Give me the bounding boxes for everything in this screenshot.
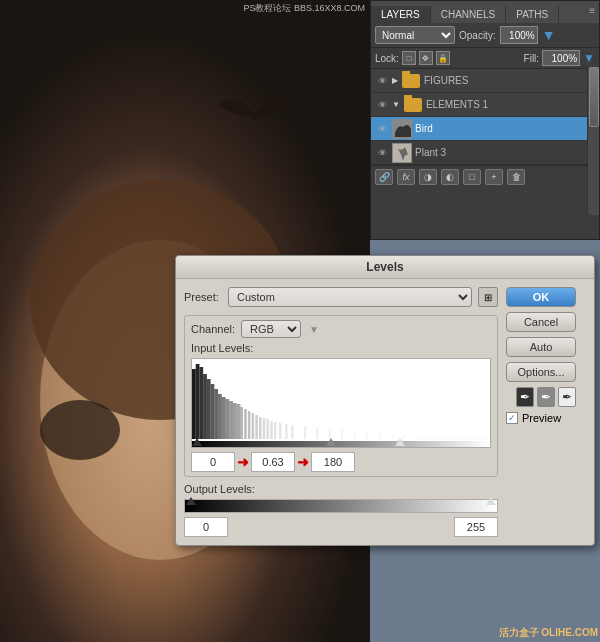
fx-icon[interactable]: fx (397, 169, 415, 185)
preset-select[interactable]: Custom (228, 287, 472, 307)
output-black-field[interactable]: 0 (184, 517, 228, 537)
svg-rect-17 (226, 399, 230, 439)
tab-layers[interactable]: LAYERS (371, 6, 431, 23)
input-white-field[interactable]: 180 (311, 452, 355, 472)
eye-icon-bird[interactable]: 👁 (375, 122, 389, 136)
svg-rect-9 (196, 364, 200, 439)
layer-item-elements1[interactable]: 👁 ▼ ELEMENTS 1 (371, 93, 599, 117)
watermark-bottom: 活力盒子 OLIHE.COM (499, 626, 598, 640)
group-icon[interactable]: □ (463, 169, 481, 185)
svg-rect-21 (240, 407, 242, 439)
opacity-arrow[interactable]: ▼ (542, 27, 556, 43)
layer-name-bird: Bird (415, 123, 595, 134)
new-layer-icon[interactable]: + (485, 169, 503, 185)
link-icon[interactable]: 🔗 (375, 169, 393, 185)
svg-rect-23 (248, 411, 250, 439)
layer-item-plant3[interactable]: 👁 Plant 3 (371, 141, 599, 165)
svg-rect-16 (222, 397, 226, 439)
gray-eyedropper-icon[interactable]: ✒ (537, 387, 555, 407)
dialog-body: Preset: Custom ⊞ Channel: RGB ▼ Input Le… (176, 279, 594, 545)
black-eyedropper-icon[interactable]: ✒ (516, 387, 534, 407)
svg-rect-26 (259, 417, 261, 439)
input-black-field[interactable]: 0 (191, 452, 235, 472)
panel-tabs: LAYERS CHANNELS PATHS ≡ (371, 1, 599, 23)
white-arrow-icon: ➜ (297, 454, 309, 470)
svg-rect-22 (244, 409, 246, 439)
white-eyedropper-icon[interactable]: ✒ (558, 387, 576, 407)
eye-icon-plant3[interactable]: 👁 (375, 146, 389, 160)
input-levels-label: Input Levels: (191, 342, 491, 354)
dialog-left: Preset: Custom ⊞ Channel: RGB ▼ Input Le… (184, 287, 498, 537)
cancel-button[interactable]: Cancel (506, 312, 576, 332)
preview-label: Preview (522, 412, 561, 424)
svg-rect-11 (203, 374, 207, 439)
eye-icon-elements1[interactable]: 👁 (375, 98, 389, 112)
dialog-right: OK Cancel Auto Options... ✒ ✒ ✒ Preview (506, 287, 586, 537)
svg-rect-13 (211, 384, 215, 439)
layer-list: 👁 ▶ FIGURES 👁 ▼ ELEMENTS 1 👁 Bird � (371, 69, 599, 165)
channel-group: Channel: RGB ▼ Input Levels: (184, 315, 498, 477)
output-white-field[interactable]: 255 (454, 517, 498, 537)
eye-icon-figures[interactable]: 👁 (375, 74, 389, 88)
output-white-handle[interactable] (486, 497, 496, 505)
output-levels-label: Output Levels: (184, 483, 498, 495)
adjustment-icon[interactable]: ◐ (441, 169, 459, 185)
options-button[interactable]: Options... (506, 362, 576, 382)
tab-channels[interactable]: CHANNELS (431, 6, 506, 23)
channel-arrow[interactable]: ▼ (309, 324, 319, 335)
opacity-input[interactable] (500, 26, 538, 44)
svg-rect-37 (341, 430, 343, 439)
svg-rect-30 (274, 422, 276, 439)
folder-thumb-elements1 (403, 95, 423, 115)
layer-item-figures[interactable]: 👁 ▶ FIGURES (371, 69, 599, 93)
panel-scrollbar[interactable] (587, 67, 599, 215)
preview-checkbox[interactable] (506, 412, 518, 424)
fill-label: Fill: (524, 53, 540, 64)
histogram-container (191, 358, 491, 448)
preset-row: Preset: Custom ⊞ (184, 287, 498, 307)
output-black-handle[interactable] (186, 497, 196, 505)
fill-input[interactable] (542, 50, 580, 66)
fill-arrow[interactable]: ▼ (583, 51, 595, 65)
panel-menu-icon[interactable]: ≡ (589, 5, 595, 16)
tab-paths[interactable]: PATHS (506, 6, 559, 23)
svg-rect-12 (207, 379, 211, 439)
layer-item-bird[interactable]: 👁 Bird (371, 117, 599, 141)
svg-rect-43 (416, 436, 491, 439)
histogram-svg (192, 359, 490, 439)
svg-rect-31 (279, 423, 281, 439)
svg-rect-25 (255, 415, 257, 439)
expand-arrow-figures[interactable]: ▶ (392, 76, 398, 85)
thumb-bird (392, 119, 412, 139)
lock-pixel-icon[interactable]: □ (402, 51, 416, 65)
svg-rect-39 (366, 432, 368, 439)
input-fields-row: 0 ➜ 0.63 ➜ 180 (191, 452, 491, 472)
preset-options-icon[interactable]: ⊞ (478, 287, 498, 307)
white-input-handle[interactable] (395, 438, 405, 446)
black-input-handle[interactable] (192, 438, 202, 446)
svg-rect-14 (214, 389, 218, 439)
scrollbar-thumb[interactable] (589, 67, 599, 127)
panel-bottom-bar: 🔗 fx ◑ ◐ □ + 🗑 (371, 165, 599, 188)
lock-label: Lock: (375, 53, 399, 64)
black-arrow-icon: ➜ (237, 454, 249, 470)
svg-point-3 (40, 400, 120, 460)
svg-rect-20 (237, 404, 241, 439)
channel-select[interactable]: RGB (241, 320, 301, 338)
mid-input-handle[interactable] (326, 438, 336, 446)
svg-rect-29 (270, 421, 272, 439)
mask-icon[interactable]: ◑ (419, 169, 437, 185)
lock-position-icon[interactable]: ✥ (419, 51, 433, 65)
preset-label: Preset: (184, 291, 222, 303)
watermark-top: PS教程论坛 BBS.16XX8.COM (243, 2, 365, 15)
ok-button[interactable]: OK (506, 287, 576, 307)
lock-all-icon[interactable]: 🔒 (436, 51, 450, 65)
delete-icon[interactable]: 🗑 (507, 169, 525, 185)
auto-button[interactable]: Auto (506, 337, 576, 357)
opacity-label: Opacity: (459, 30, 496, 41)
input-mid-field[interactable]: 0.63 (251, 452, 295, 472)
expand-arrow-elements1[interactable]: ▼ (392, 100, 400, 109)
svg-rect-32 (285, 424, 287, 439)
blend-mode-select[interactable]: Normal (375, 26, 455, 44)
svg-rect-8 (192, 369, 196, 439)
